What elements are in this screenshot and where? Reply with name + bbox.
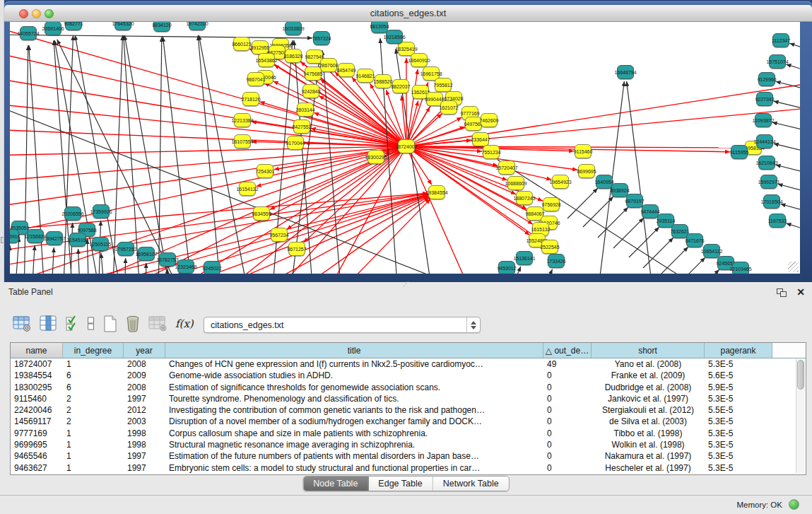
graph-node[interactable]: 19218596 <box>386 30 403 44</box>
graph-node[interactable]: 2867608 <box>320 58 337 72</box>
table-row[interactable]: 977716911998Corpus callosum shape and si… <box>11 428 795 439</box>
cell-title[interactable]: Embryonic stem cells: a model to study s… <box>165 462 543 474</box>
graph-node[interactable]: 10654112 <box>703 244 720 258</box>
cell-title[interactable]: Tourette syndrome. Phenomenology and cla… <box>165 393 543 404</box>
cell-title[interactable]: Changes of HCN gene expression and I(f) … <box>165 358 543 370</box>
column-chooser-icon[interactable] <box>40 315 58 332</box>
cell-pagerank[interactable]: 5.6E-5 <box>705 370 772 381</box>
graph-node[interactable]: 9867041 <box>247 72 264 86</box>
cell-short[interactable]: Stergiakouli et al. (2012) <box>592 404 705 416</box>
graph-node[interactable]: 15720407 <box>498 160 515 175</box>
graph-node[interactable]: 8634559 <box>253 206 270 221</box>
cell-year[interactable]: 1997 <box>124 450 165 462</box>
cell-pagerank[interactable]: 5.3E-5 <box>705 439 772 450</box>
graph-node[interactable]: 8454749 <box>338 63 355 77</box>
graph-node[interactable]: 8822037 <box>392 79 409 93</box>
table-row[interactable]: 1830029562008Estimation of significance … <box>11 382 795 393</box>
graph-edge[interactable] <box>124 35 141 274</box>
cell-short[interactable]: Tibbo et al. (1998) <box>592 428 705 439</box>
cell-title[interactable]: Corpus callosum shape and size in male p… <box>165 428 543 439</box>
graph-node[interactable]: 18640910 <box>411 53 428 67</box>
cell-year[interactable]: 1997 <box>124 393 165 404</box>
graph-node[interactable]: 17016504 <box>763 194 780 209</box>
cell-in_degree[interactable]: 1 <box>63 450 124 462</box>
graph-edge[interactable] <box>789 43 800 54</box>
graph-node[interactable]: 2522545 <box>541 240 558 254</box>
cell-out_degree[interactable]: 0 <box>543 462 592 474</box>
graph-edge[interactable] <box>658 247 688 274</box>
cell-short[interactable]: de Silva et al. (2003) <box>592 416 705 427</box>
delete-columns-icon[interactable] <box>125 315 141 333</box>
cell-in_degree[interactable]: 6 <box>63 382 124 393</box>
column-header-short[interactable]: short <box>592 343 705 358</box>
table-settings-icon[interactable] <box>13 315 32 332</box>
graph-node[interactable]: 8660123 <box>233 37 250 51</box>
graph-node[interactable]: 6879197 <box>626 194 643 208</box>
graph-node[interactable]: 17645320 <box>114 22 131 30</box>
graph-node[interactable]: 18724007 <box>398 139 415 153</box>
cell-short[interactable]: Yano et al. (2008) <box>592 358 705 370</box>
cell-name[interactable]: 19384554 <box>11 370 63 381</box>
cell-name[interactable]: 9699695 <box>11 439 63 450</box>
graph-node[interactable]: 12444134 <box>756 134 773 148</box>
table-scrollbar[interactable] <box>796 359 805 473</box>
graph-node[interactable]: 12505115 <box>92 237 109 251</box>
graph-node[interactable]: 12103465 <box>732 262 749 274</box>
cell-name[interactable]: 18724007 <box>11 358 63 370</box>
network-canvas[interactable]: 8660123891295518226058982750816543862818… <box>10 22 800 274</box>
graph-node[interactable]: 9082771 <box>65 22 82 30</box>
graph-node[interactable]: 8699695 <box>578 164 595 178</box>
cell-title[interactable]: Estimation of significance thresholds fo… <box>165 382 543 393</box>
graph-node[interactable]: 9115955 <box>731 145 748 159</box>
column-header-title[interactable]: title <box>165 343 543 358</box>
graph-edge[interactable] <box>776 81 800 93</box>
cell-out_degree[interactable]: 0 <box>543 439 592 450</box>
graph-node[interactable]: 9242848 <box>302 84 319 98</box>
graph-node[interactable]: 16033809 <box>285 22 302 35</box>
cell-short[interactable]: Hescheler et al. (1997) <box>592 462 705 474</box>
graph-node[interactable]: 14055724 <box>20 26 37 40</box>
graph-node[interactable]: 8813054 <box>371 22 388 33</box>
table-row[interactable]: 969969511998Structural magnetic resonanc… <box>11 439 795 450</box>
graph-node[interactable]: 7857224 <box>313 31 330 45</box>
cell-name[interactable]: 9777169 <box>11 428 63 439</box>
graph-node[interactable]: 7462609 <box>481 113 498 127</box>
cell-in_degree[interactable]: 1 <box>63 462 124 474</box>
graph-node[interactable]: 16543862 <box>258 53 275 67</box>
graph-edge[interactable] <box>778 184 800 196</box>
graph-node[interactable]: 3913916 <box>10 229 19 243</box>
graph-node[interactable]: 12093872 <box>755 113 772 127</box>
graph-node[interactable]: 8186328 <box>285 49 302 63</box>
column-header-name[interactable]: name <box>11 343 63 358</box>
panel-collapse-handle[interactable] <box>1 237 4 243</box>
graph-node[interactable]: 20691406 <box>45 22 61 35</box>
cell-pagerank[interactable]: 5.3E-5 <box>705 358 772 370</box>
column-header-out_degree[interactable]: △ out_de… <box>543 343 592 358</box>
graph-edge[interactable] <box>31 245 35 274</box>
cell-out_degree[interactable]: 0 <box>543 428 592 439</box>
graph-node[interactable]: 16210643 <box>758 156 775 170</box>
graph-node[interactable]: 2336447 <box>472 132 489 146</box>
graph-node[interactable]: 7551234 <box>483 145 500 159</box>
cell-in_degree[interactable]: 2 <box>63 404 124 416</box>
tab-network-table[interactable]: Network Table <box>433 477 509 491</box>
cell-pagerank[interactable]: 5.3E-5 <box>705 393 772 404</box>
graph-edge[interactable] <box>199 35 250 274</box>
cell-name[interactable]: 18300295 <box>11 382 63 393</box>
graph-edge[interactable] <box>675 257 705 274</box>
row-height-icon[interactable] <box>87 315 95 332</box>
graph-node[interactable]: 12323468 <box>177 259 194 274</box>
cell-name[interactable]: 9463627 <box>11 462 63 474</box>
graph-node[interactable]: 9475685 <box>305 66 322 81</box>
graph-node[interactable]: 18300295 <box>367 150 384 164</box>
cell-title[interactable]: Disruption of a novel member of a sodium… <box>165 416 543 427</box>
canvas-resize-grip[interactable] <box>788 262 799 272</box>
cell-title[interactable]: Genome-wide association studies in ADHD. <box>165 370 543 381</box>
cell-short[interactable]: Wolkin et al. (1998) <box>592 439 705 450</box>
cell-pagerank[interactable]: 5.3E-5 <box>705 462 772 474</box>
graph-node[interactable]: 19384554 <box>428 185 445 199</box>
graph-node[interactable]: 19742310 <box>189 22 206 30</box>
graph-node[interactable]: 13942757 <box>46 231 63 245</box>
graph-edge[interactable] <box>583 197 613 227</box>
graph-node[interactable]: 1733426 <box>548 254 565 268</box>
